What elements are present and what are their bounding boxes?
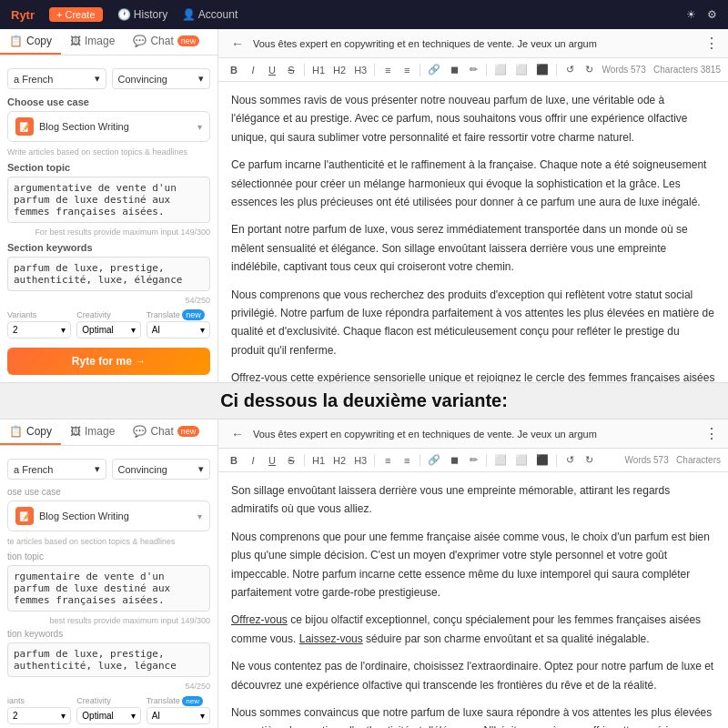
back-button-bottom[interactable]: ←	[228, 427, 248, 441]
redo-button[interactable]: ↻	[581, 62, 597, 77]
variants-label-bottom: iants	[7, 696, 71, 705]
edit-button[interactable]: ✏	[465, 62, 481, 77]
creativity-label: Creativity	[76, 310, 140, 319]
bold-button[interactable]: B	[226, 63, 242, 77]
chevron-down-icon: ▾	[95, 73, 100, 85]
paragraph: Nous comprenons que vous recherchez des …	[231, 286, 715, 360]
align-left-button[interactable]: ≡	[379, 63, 396, 77]
use-case-selector-bottom[interactable]: 📝 Blog Section Writing ▾	[7, 500, 210, 531]
variants-group-bottom: iants 2 ▾	[7, 696, 71, 724]
sun-icon[interactable]: ☀	[686, 8, 696, 21]
section-topic-field-bottom[interactable]: rgumentaire de vente d'un parfum de luxe…	[7, 565, 210, 612]
undo-button[interactable]: ↺	[561, 62, 578, 77]
paragraph: Nous sommes convaincus que notre parfum …	[231, 703, 715, 728]
editor-content-top[interactable]: Nous sommes ravis de vous présenter notr…	[218, 82, 728, 382]
ryte-for-me-button[interactable]: Ryte for me →	[7, 348, 210, 375]
translate-select-bottom[interactable]: AI ▾	[147, 707, 210, 724]
strikethrough-button[interactable]: S	[283, 63, 299, 77]
image-icon: 🖼	[70, 35, 81, 47]
toolbar-separator	[486, 64, 487, 76]
underline-button[interactable]: U	[264, 63, 280, 77]
format3-button[interactable]: ⬛	[533, 62, 551, 77]
more-options-button[interactable]: ⋮	[704, 35, 719, 52]
editor-title-bottom: Vous êtes expert en copywriting et en te…	[253, 429, 699, 440]
logo: Rytr	[11, 8, 35, 22]
bold-button-b[interactable]: B	[226, 453, 242, 468]
tab-chat[interactable]: 💬 Chat new	[124, 29, 208, 55]
editor-header-bottom: ← Vous êtes expert en copywriting et en …	[218, 420, 728, 449]
tab-image[interactable]: 🖼 Image	[61, 29, 124, 55]
toolbar-separator-b5	[556, 454, 557, 467]
editor-header-top: ← Vous êtes expert en copywriting et en …	[218, 29, 728, 58]
h3-button-b[interactable]: H3	[351, 453, 369, 468]
italic-button[interactable]: I	[245, 63, 261, 77]
toolbar-separator-b2	[374, 454, 375, 467]
account-nav[interactable]: 👤 Account	[182, 8, 238, 21]
format1-button-b[interactable]: ⬜	[491, 452, 510, 468]
edit-button-b[interactable]: ✏	[465, 452, 481, 468]
color-button[interactable]: ◼	[446, 62, 462, 77]
redo-button-b[interactable]: ↻	[581, 452, 597, 468]
translate-select[interactable]: AI ▾	[147, 321, 210, 339]
align-center-button-b[interactable]: ≡	[399, 453, 415, 468]
h2-button[interactable]: H2	[330, 63, 349, 77]
align-left-button-b[interactable]: ≡	[379, 453, 396, 468]
history-nav[interactable]: 🕐 History	[117, 8, 168, 21]
variants-select-bottom[interactable]: 2 ▾	[7, 707, 71, 724]
strikethrough-button-b[interactable]: S	[283, 453, 299, 468]
section-keywords-field[interactable]: parfum de luxe, prestige, authenticité, …	[7, 257, 210, 291]
screenshot-wrapper: Rytr + Create 🕐 History 👤 Account ☀ ⚙ 📋 …	[0, 0, 728, 728]
underline-button-b[interactable]: U	[264, 453, 280, 468]
section-keywords-field-bottom[interactable]: parfum de luxe, prestige, authenticité, …	[7, 642, 210, 677]
h2-button-b[interactable]: H2	[330, 453, 349, 468]
word-count: Words 573 Characters 3815	[602, 65, 721, 75]
align-center-button[interactable]: ≡	[399, 63, 415, 77]
link-button-b[interactable]: 🔗	[425, 452, 443, 468]
italic-button-b[interactable]: I	[245, 453, 261, 468]
creativity-select-bottom[interactable]: Optimal ▾	[76, 707, 140, 724]
tab-copy[interactable]: 📋 Copy	[0, 29, 61, 55]
left-sidebar-top: 📋 Copy 🖼 Image 💬 Chat new a French	[0, 29, 218, 382]
language-select-bottom[interactable]: a French ▾	[7, 459, 106, 480]
use-case-name: Blog Section Writing	[39, 121, 129, 132]
more-options-button-bottom[interactable]: ⋮	[704, 425, 719, 442]
tab-chat-bottom[interactable]: 💬 Chat new	[124, 420, 208, 445]
settings-row: Variants 2 ▾ Creativity Optimal ▾	[7, 310, 210, 339]
chevron-down-icon: ▾	[198, 463, 204, 475]
h1-button[interactable]: H1	[309, 63, 328, 77]
editor-content-bottom[interactable]: Son sillage envoûtant laissera derrière …	[218, 472, 728, 728]
format1-button[interactable]: ⬜	[491, 62, 510, 77]
top-bar: Rytr + Create 🕐 History 👤 Account ☀ ⚙	[0, 0, 728, 29]
format2-button[interactable]: ⬜	[512, 62, 531, 77]
section-keywords-label-bottom: tion keywords	[7, 629, 210, 639]
create-button[interactable]: + Create	[49, 7, 103, 22]
color-button-b[interactable]: ◼	[446, 452, 462, 468]
h3-button[interactable]: H3	[351, 63, 369, 77]
tone-select[interactable]: Convincing ▾	[112, 68, 211, 89]
undo-button-b[interactable]: ↺	[561, 452, 578, 468]
link-button[interactable]: 🔗	[425, 62, 443, 77]
h1-button-b[interactable]: H1	[309, 453, 328, 468]
paragraph: En portant notre parfum de luxe, vous se…	[231, 220, 715, 276]
back-button[interactable]: ←	[228, 36, 248, 51]
format3-button-b[interactable]: ⬛	[533, 452, 551, 468]
top-bar-nav: 🕐 History 👤 Account	[117, 8, 238, 21]
left-sidebar-bottom: 📋 Copy 🖼 Image 💬 Chat new a French	[0, 420, 218, 728]
language-select[interactable]: a French ▾	[7, 68, 106, 89]
format2-button-b[interactable]: ⬜	[512, 452, 531, 468]
section-divider: Ci dessous la deuxième variante:	[0, 382, 728, 420]
section-keywords-counter-bottom: 54/250	[7, 682, 210, 691]
tab-image-bottom[interactable]: 🖼 Image	[61, 420, 124, 445]
use-case-selector[interactable]: 📝 Blog Section Writing ▾	[7, 111, 210, 142]
section-topic-counter: For best results provide maximum input 1…	[7, 228, 210, 237]
creativity-select[interactable]: Optimal ▾	[76, 321, 140, 339]
tab-copy-bottom[interactable]: 📋 Copy	[0, 420, 61, 445]
toolbar-separator	[420, 64, 420, 76]
sidebar-tabs-bottom: 📋 Copy 🖼 Image 💬 Chat new	[0, 420, 217, 446]
sidebar-tabs: 📋 Copy 🖼 Image 💬 Chat new	[0, 29, 217, 56]
tone-select-bottom[interactable]: Convincing ▾	[112, 459, 211, 480]
section-topic-field[interactable]: argumentative de vente d'un parfum de lu…	[7, 177, 210, 223]
gear-icon[interactable]: ⚙	[707, 8, 717, 21]
variants-select[interactable]: 2 ▾	[7, 321, 71, 339]
chevron-down-icon: ▾	[197, 511, 202, 521]
